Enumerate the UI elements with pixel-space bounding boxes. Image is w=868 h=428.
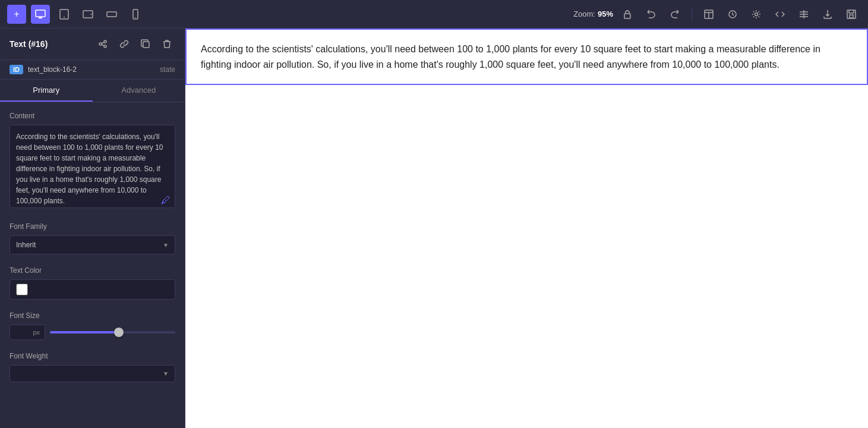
canvas-text-content: According to the scientists' calculation… — [201, 42, 853, 72]
svg-rect-26 — [143, 42, 149, 48]
svg-point-22 — [104, 40, 106, 43]
export-icon[interactable] — [818, 5, 837, 24]
chevron-down-icon-2: ▼ — [163, 370, 169, 377]
svg-rect-20 — [850, 15, 853, 18]
svg-point-3 — [64, 17, 65, 18]
redo-button[interactable] — [665, 5, 684, 24]
svg-point-21 — [99, 43, 102, 45]
content-textarea[interactable] — [10, 125, 175, 208]
id-row: ID text_block-16-2 state — [0, 60, 185, 80]
save-button[interactable] — [842, 5, 861, 24]
font-family-section: Font Family Inherit ▼ — [10, 222, 175, 254]
text-color-label: Text Color — [10, 266, 175, 275]
undo-button[interactable] — [642, 5, 661, 24]
detach-icon[interactable] — [94, 36, 111, 52]
main-layout: Text (#16) ID text_block-16-2 state — [0, 29, 868, 428]
tab-primary[interactable]: Primary — [0, 80, 93, 102]
svg-point-8 — [135, 17, 136, 18]
wide-view-button[interactable] — [102, 5, 121, 24]
font-family-label: Font Family — [10, 222, 175, 231]
text-label-badge: Text — [191, 29, 213, 29]
font-size-input[interactable]: px — [10, 325, 45, 340]
history-icon[interactable] — [723, 5, 742, 24]
panel-header-icons — [94, 36, 175, 52]
svg-line-25 — [102, 45, 104, 46]
canvas-area: Text According to the scientists' calcul… — [185, 29, 868, 428]
link-icon[interactable] — [116, 36, 132, 52]
edit-icon: 🖊 — [161, 195, 171, 206]
svg-point-14 — [755, 12, 758, 15]
delete-icon[interactable] — [159, 36, 175, 52]
toolbar-right: Zoom: 95% — [573, 5, 861, 24]
tab-advanced[interactable]: Advanced — [93, 80, 185, 102]
slider-fill — [50, 331, 119, 333]
code-icon[interactable] — [771, 5, 790, 24]
panel-content: Content 🖊 Font Family Inherit ▼ Text Col… — [0, 102, 185, 428]
add-button[interactable]: + — [7, 5, 26, 24]
zoom-display: Zoom: 95% — [573, 10, 613, 18]
left-panel: Text (#16) ID text_block-16-2 state — [0, 29, 185, 428]
id-value: text_block-16-2 — [28, 65, 155, 74]
text-color-section: Text Color — [10, 266, 175, 300]
settings-icon[interactable] — [747, 5, 766, 24]
svg-rect-9 — [624, 14, 630, 18]
font-size-label: Font Size — [10, 311, 175, 320]
svg-line-24 — [102, 42, 104, 43]
text-color-field[interactable] — [10, 279, 175, 300]
selected-text-block[interactable]: Text According to the scientists' calcul… — [185, 29, 868, 85]
duplicate-icon[interactable] — [137, 36, 154, 52]
landscape-tablet-button[interactable] — [78, 5, 97, 24]
font-weight-dropdown[interactable]: ▼ — [10, 365, 175, 382]
color-swatch — [16, 284, 28, 295]
panel-tabs: Primary Advanced — [0, 80, 185, 102]
font-weight-section: Font Weight ▼ — [10, 352, 175, 382]
svg-point-5 — [91, 14, 92, 15]
grid-icon[interactable] — [794, 5, 813, 24]
top-toolbar: + Zoom: 95% — [0, 0, 868, 29]
font-size-section: Font Size px — [10, 311, 175, 340]
id-badge: ID — [10, 65, 23, 74]
tablet-view-button[interactable] — [55, 5, 74, 24]
font-size-slider[interactable] — [50, 326, 175, 338]
desktop-view-button[interactable] — [31, 5, 50, 24]
svg-rect-0 — [36, 10, 45, 17]
svg-rect-19 — [847, 10, 856, 18]
lock-icon[interactable] — [618, 5, 637, 24]
slider-thumb[interactable] — [114, 328, 124, 337]
content-label: Content — [10, 112, 175, 120]
content-area-wrapper: 🖊 — [10, 125, 175, 210]
state-label: state — [160, 65, 175, 74]
font-size-row: px — [10, 325, 175, 340]
svg-rect-1 — [39, 17, 42, 18]
mobile-view-button[interactable] — [126, 5, 145, 24]
chevron-down-icon: ▼ — [163, 242, 169, 248]
panel-header: Text (#16) — [0, 29, 185, 60]
svg-point-23 — [104, 45, 106, 48]
page-canvas: Text According to the scientists' calcul… — [185, 29, 868, 428]
px-unit-label: px — [33, 329, 40, 336]
panel-title: Text (#16) — [10, 39, 48, 49]
font-family-dropdown[interactable]: Inherit ▼ — [10, 235, 175, 254]
svg-rect-6 — [107, 12, 116, 17]
layout-icon[interactable] — [699, 5, 718, 24]
font-weight-label: Font Weight — [10, 352, 175, 360]
slider-track — [50, 331, 175, 333]
